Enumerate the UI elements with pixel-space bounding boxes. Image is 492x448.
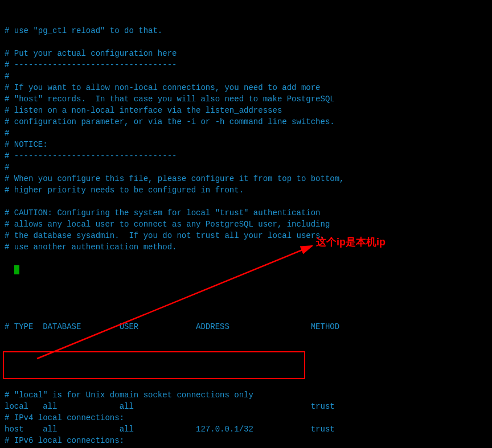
- terminal-line: #: [5, 162, 487, 173]
- terminal-line: # listen on a non-local interface via th…: [5, 105, 487, 116]
- terminal-line: # "local" is for Unix domain socket conn…: [5, 389, 487, 401]
- terminal-line: # IPv6 local connections:: [5, 435, 487, 446]
- terminal-line: [5, 196, 487, 207]
- terminal-line: # use "pg_ctl reload" to do that.: [5, 25, 487, 36]
- terminal-line: # ----------------------------------: [5, 150, 487, 162]
- svg-line-0: [37, 246, 312, 359]
- annotation-label: 这个ip是本机ip: [316, 236, 386, 248]
- annotation-arrow: [0, 239, 325, 364]
- terminal-line: # "host" records. In that case you will …: [5, 93, 487, 105]
- terminal-line: host all all 127.0.0.1/32 trust: [5, 424, 487, 435]
- terminal-line: # Put your actual configuration here: [5, 48, 487, 59]
- terminal-line: #: [5, 71, 487, 82]
- terminal-line: # If you want to allow non-local connect…: [5, 82, 487, 93]
- terminal-line: # allows any local user to connect as an…: [5, 219, 487, 230]
- terminal-line: [5, 36, 487, 48]
- config-text-block: # use "pg_ctl reload" to do that.# Put y…: [5, 25, 487, 253]
- terminal-line: #: [5, 128, 487, 139]
- terminal-line: # configuration parameter, or via the -i…: [5, 116, 487, 128]
- terminal-line: # higher priority needs to be configured…: [5, 184, 487, 196]
- highlight-box: [3, 351, 305, 379]
- body-block-1: # "local" is for Unix domain socket conn…: [5, 389, 487, 448]
- terminal-line: # CAUTION: Configuring the system for lo…: [5, 207, 487, 219]
- terminal-line: # ----------------------------------: [5, 59, 487, 71]
- terminal-line: # NOTICE:: [5, 139, 487, 150]
- terminal-window[interactable]: # use "pg_ctl reload" to do that.# Put y…: [0, 0, 492, 448]
- terminal-line: # When you configure this file, please c…: [5, 173, 487, 184]
- terminal-line: local all all trust: [5, 401, 487, 412]
- terminal-line: # IPv4 local connections:: [5, 412, 487, 424]
